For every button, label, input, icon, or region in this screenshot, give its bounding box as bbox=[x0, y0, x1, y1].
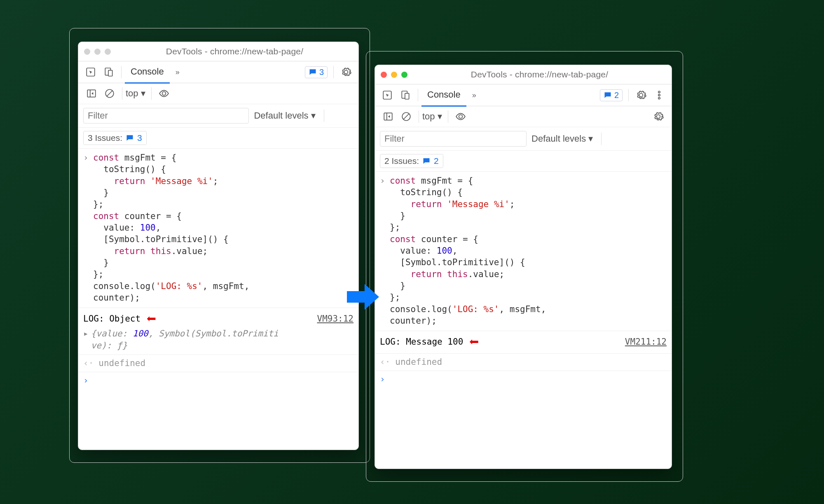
console-output-row[interactable]: LOG: Object ⬅ VM93:12 ▸ {value: 100, Sym… bbox=[78, 308, 358, 355]
minimize-dot[interactable] bbox=[391, 72, 397, 78]
separator bbox=[419, 110, 419, 123]
svg-point-9 bbox=[658, 94, 660, 96]
console-prompt[interactable]: › bbox=[78, 372, 358, 389]
svg-point-10 bbox=[658, 97, 660, 99]
close-dot[interactable] bbox=[381, 72, 387, 78]
highlight-arrow-icon: ⬅ bbox=[146, 310, 156, 327]
minimize-dot[interactable] bbox=[94, 49, 101, 55]
levels-dropdown[interactable]: Default levels ▾ bbox=[254, 110, 315, 121]
separator bbox=[324, 110, 324, 122]
devtools-window-before: DevTools - chrome://new-tab-page/ Consol… bbox=[78, 42, 359, 450]
more-tabs-chevron[interactable]: » bbox=[176, 68, 180, 77]
more-tabs-chevron[interactable]: » bbox=[472, 91, 476, 100]
kebab-menu-icon[interactable] bbox=[650, 86, 668, 104]
issues-button[interactable]: 3 Issues: 3 bbox=[83, 131, 147, 145]
input-caret-icon: › bbox=[83, 152, 93, 303]
inspect-icon[interactable] bbox=[378, 86, 396, 104]
log-text: LOG: Object bbox=[83, 313, 140, 324]
console-sidebar-toggle-icon[interactable] bbox=[82, 84, 101, 103]
code-snippet: const msgFmt = { toString() { return 'Me… bbox=[93, 152, 249, 303]
return-caret-icon: ‹· bbox=[380, 356, 390, 368]
highlight-arrow-icon: ⬅ bbox=[469, 334, 479, 350]
console-toolbar: top ▾ bbox=[78, 83, 358, 104]
settings-icon[interactable] bbox=[337, 63, 355, 81]
separator bbox=[333, 66, 334, 78]
zoom-dot[interactable] bbox=[401, 72, 407, 78]
issues-bar: 3 Issues: 3 bbox=[78, 128, 358, 149]
source-link[interactable]: VM211:12 bbox=[625, 336, 667, 348]
svg-point-8 bbox=[658, 91, 660, 93]
console-sidebar-toggle-icon[interactable] bbox=[379, 107, 397, 126]
issues-chip[interactable]: 3 bbox=[305, 66, 328, 78]
mac-titlebar: DevTools - chrome://new-tab-page/ bbox=[375, 65, 672, 84]
transition-arrow-icon bbox=[347, 282, 379, 313]
return-value-row: ‹· undefined bbox=[78, 355, 358, 372]
window-title: DevTools - chrome://new-tab-page/ bbox=[117, 47, 353, 56]
window-controls[interactable] bbox=[84, 49, 111, 55]
console-input-history[interactable]: › const msgFmt = { toString() { return '… bbox=[78, 149, 358, 308]
inspect-icon[interactable] bbox=[82, 63, 100, 81]
zoom-dot[interactable] bbox=[105, 49, 111, 55]
window-controls[interactable] bbox=[381, 72, 407, 78]
clear-console-icon[interactable] bbox=[101, 84, 119, 103]
close-dot[interactable] bbox=[84, 49, 90, 55]
context-selector[interactable]: top ▾ bbox=[126, 88, 145, 99]
separator bbox=[121, 66, 122, 78]
object-preview[interactable]: {value: 100, Symbol(Symbol.toPrimitive):… bbox=[91, 328, 279, 351]
separator bbox=[601, 133, 602, 145]
separator bbox=[628, 89, 629, 101]
device-toggle-icon[interactable] bbox=[100, 63, 118, 81]
return-value-row: ‹· undefined bbox=[375, 354, 672, 371]
console-input-history[interactable]: › const msgFmt = { toString() { return '… bbox=[375, 172, 672, 331]
devtools-main-toolbar: Console » 2 bbox=[375, 84, 672, 106]
input-caret-icon: › bbox=[380, 175, 390, 327]
issues-button[interactable]: 2 Issues: 2 bbox=[380, 154, 443, 168]
code-snippet: const msgFmt = { toString() { return 'Me… bbox=[390, 175, 546, 327]
source-link[interactable]: VM93:12 bbox=[317, 313, 353, 324]
filter-input[interactable]: Filter bbox=[380, 131, 527, 147]
separator bbox=[151, 87, 152, 100]
svg-rect-2 bbox=[108, 70, 112, 76]
devtools-main-toolbar: Console » 3 bbox=[78, 61, 358, 83]
console-filter-bar: Filter Default levels ▾ bbox=[78, 104, 358, 128]
console-prompt[interactable]: › bbox=[375, 371, 672, 387]
settings-icon[interactable] bbox=[632, 86, 650, 104]
log-text: LOG: Message 100 bbox=[380, 336, 463, 348]
window-title: DevTools - chrome://new-tab-page/ bbox=[413, 70, 666, 79]
mac-titlebar: DevTools - chrome://new-tab-page/ bbox=[78, 42, 358, 61]
tab-console[interactable]: Console bbox=[125, 61, 170, 84]
console-filter-bar: Filter Default levels ▾ bbox=[375, 127, 672, 151]
issues-chip-count: 3 bbox=[319, 68, 324, 77]
levels-dropdown[interactable]: Default levels ▾ bbox=[531, 133, 593, 144]
expand-triangle-icon[interactable]: ▸ bbox=[83, 328, 89, 351]
device-toggle-icon[interactable] bbox=[396, 86, 414, 104]
separator bbox=[448, 110, 448, 123]
context-selector[interactable]: top ▾ bbox=[422, 111, 442, 122]
return-caret-icon: ‹· bbox=[83, 357, 94, 369]
console-settings-icon[interactable] bbox=[649, 107, 667, 126]
console-toolbar: top ▾ bbox=[375, 106, 672, 127]
filter-input[interactable]: Filter bbox=[83, 108, 249, 124]
issues-chip-count: 2 bbox=[614, 91, 619, 100]
console-output-row[interactable]: LOG: Message 100 ⬅ VM211:12 bbox=[375, 331, 672, 354]
live-expression-icon[interactable] bbox=[452, 107, 470, 126]
separator bbox=[418, 89, 418, 101]
tab-console[interactable]: Console bbox=[421, 84, 466, 107]
live-expression-icon[interactable] bbox=[155, 84, 173, 103]
issues-chip[interactable]: 2 bbox=[600, 89, 623, 101]
clear-console-icon[interactable] bbox=[397, 107, 415, 126]
issues-bar: 2 Issues: 2 bbox=[375, 151, 672, 172]
separator bbox=[122, 87, 122, 100]
svg-rect-7 bbox=[405, 93, 409, 99]
devtools-window-after: DevTools - chrome://new-tab-page/ Consol… bbox=[375, 65, 672, 469]
